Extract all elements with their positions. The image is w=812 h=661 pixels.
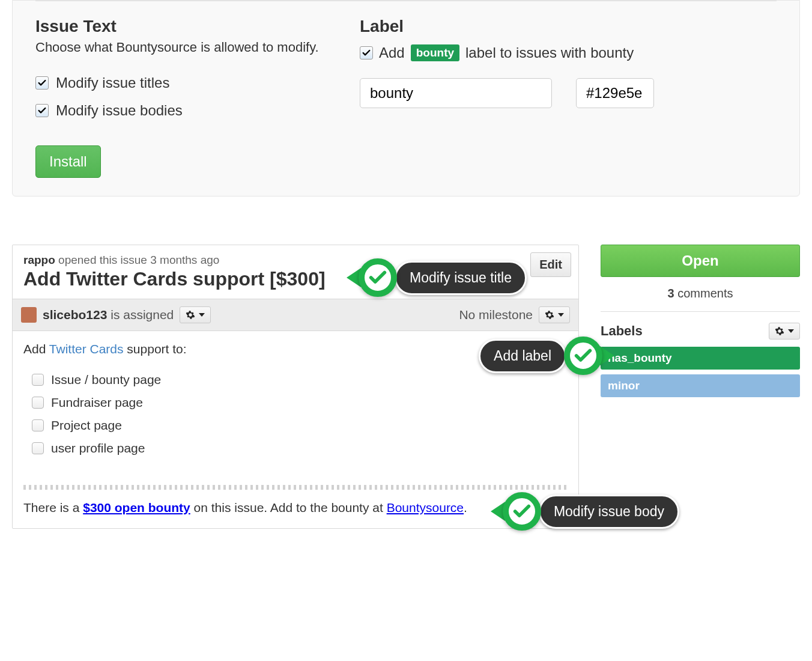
twitter-cards-link[interactable]: Twitter Cards — [49, 342, 124, 356]
task-checkbox[interactable] — [32, 442, 44, 454]
callout-modify-title: Modify issue title — [347, 258, 527, 297]
checkbox-modify-titles[interactable] — [35, 76, 49, 90]
edit-button[interactable]: Edit — [530, 252, 571, 277]
bounty-badge: bounty — [411, 44, 459, 61]
checkbox-label: Modify issue bodies — [56, 102, 183, 119]
caret-down-icon — [199, 313, 205, 317]
issue-text-desc: Choose what Bountysource is allowed to m… — [35, 40, 324, 55]
check-icon — [512, 501, 532, 522]
no-milestone-text: No milestone — [459, 308, 533, 322]
task-checkbox[interactable] — [32, 374, 44, 386]
label-color-input[interactable] — [576, 78, 654, 108]
check-badge — [503, 492, 541, 531]
gear-icon — [775, 326, 784, 336]
body-suffix: support to: — [124, 342, 187, 356]
assignee-gear-dropdown[interactable] — [180, 306, 211, 323]
task-label: Issue / bounty page — [51, 373, 161, 387]
task-label: Fundraiser page — [51, 395, 143, 410]
assignee-name: slicebo123 — [43, 308, 107, 321]
check-icon — [368, 267, 388, 288]
preview-area: rappo opened this issue 3 months ago Add… — [12, 245, 800, 529]
bounty-amount-link[interactable]: $300 open bounty — [83, 501, 190, 514]
task-label: user profile page — [51, 441, 145, 455]
label-heading: Label — [360, 17, 777, 36]
milestone-gear-dropdown[interactable] — [539, 306, 570, 323]
label-name-input[interactable] — [360, 78, 552, 108]
callout-label: Modify issue title — [395, 261, 527, 295]
callout-label: Modify issue body — [539, 495, 679, 529]
label-has-bounty[interactable]: has_bounty — [601, 347, 800, 370]
checkbox-label: Modify issue titles — [56, 75, 169, 91]
gear-icon — [186, 310, 195, 320]
callout-label: Add label — [479, 339, 566, 373]
check-badge — [359, 258, 397, 297]
check-icon — [37, 78, 47, 88]
opened-user: rappo — [23, 254, 55, 266]
opened-rest: opened this issue 3 months ago — [55, 254, 220, 266]
caret-down-icon — [788, 329, 794, 333]
sidebar-divider — [601, 311, 800, 312]
caret-down-icon — [558, 313, 564, 317]
settings-panel: Issue Text Choose what Bountysource is a… — [12, 0, 800, 196]
check-icon — [362, 48, 371, 58]
avatar — [21, 307, 37, 323]
task-checkbox[interactable] — [32, 419, 44, 431]
checkbox-modify-bodies[interactable] — [35, 104, 49, 117]
install-button[interactable]: Install — [35, 145, 101, 178]
todo-list: Issue / bounty page Fundraiser page Proj… — [32, 368, 568, 460]
check-icon — [37, 106, 47, 115]
list-item: Project page — [32, 414, 568, 437]
task-checkbox[interactable] — [32, 397, 44, 409]
add-label-prefix: Add — [379, 44, 405, 61]
label-minor[interactable]: minor — [601, 374, 800, 397]
check-badge — [564, 337, 602, 375]
gear-icon — [545, 310, 554, 320]
list-item: Fundraiser page — [32, 391, 568, 414]
labels-gear-dropdown[interactable] — [769, 323, 800, 340]
checkbox-add-label[interactable] — [360, 46, 373, 59]
issue-card: rappo opened this issue 3 months ago Add… — [12, 245, 579, 529]
body-prefix: Add — [23, 342, 49, 356]
separator — [23, 485, 568, 490]
open-status-badge: Open — [601, 245, 800, 277]
issue-sidebar: Open 3 comments Labels has_bounty minor — [601, 245, 800, 529]
panel-divider — [35, 1, 777, 1]
callout-modify-body: Modify issue body — [491, 492, 679, 531]
comments-count: 3 comments — [601, 287, 800, 300]
list-item: user profile page — [32, 437, 568, 460]
assigned-text: is assigned — [107, 308, 174, 321]
issue-text-heading: Issue Text — [35, 17, 324, 36]
add-label-suffix: label to issues with bounty — [465, 44, 634, 61]
check-icon — [573, 346, 593, 366]
callout-add-label: Add label — [479, 337, 614, 375]
assign-bar: slicebo123 is assigned No milestone — [13, 299, 578, 331]
bountysource-link[interactable]: Bountysource — [387, 501, 464, 514]
task-label: Project page — [51, 418, 122, 433]
